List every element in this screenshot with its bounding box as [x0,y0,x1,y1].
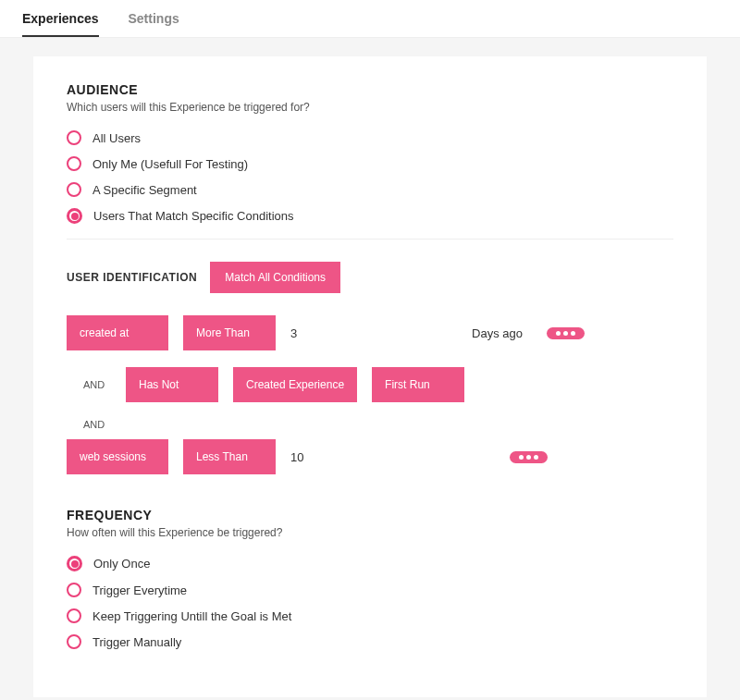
radio-label: Only Once [93,557,150,571]
radio-label: A Specific Segment [92,183,197,197]
condition-value[interactable]: 10 [290,450,318,464]
frequency-option-once[interactable]: Only Once [67,556,673,571]
audience-option-segment[interactable]: A Specific Segment [67,182,673,197]
condition-operator-select[interactable]: Has Not [126,367,218,402]
tab-bar: Experiences Settings [0,0,740,38]
condition-value-select[interactable]: First Run [372,367,464,402]
frequency-option-goal[interactable]: Keep Triggering Untill the Goal is Met [67,608,673,623]
radio-label: Users That Match Specific Conditions [93,209,294,223]
frequency-option-manual[interactable]: Trigger Manually [67,634,673,649]
radio-icon [67,556,82,571]
tab-settings[interactable]: Settings [129,11,179,37]
radio-icon [67,634,81,649]
radio-label: Keep Triggering Untill the Goal is Met [92,609,291,623]
frequency-subtitle: How often will this Experience be trigge… [67,526,673,539]
condition-operator-select[interactable]: More Than [183,315,276,350]
and-label: AND [83,419,111,430]
and-label: AND [83,379,111,390]
audience-option-all[interactable]: All Users [67,130,673,145]
audience-subtitle: Which users will this Experience be trig… [67,101,673,114]
and-row: AND [67,419,673,430]
user-id-title: USER IDENTIFICATION [67,271,197,284]
radio-icon [67,583,81,597]
radio-label: Only Me (Usefull For Testing) [92,157,248,171]
radio-label: Trigger Manually [92,635,181,649]
audience-title: AUDIENCE [67,82,673,97]
frequency-section: FREQUENCY How often will this Experience… [67,508,673,649]
radio-label: All Users [92,131,141,145]
condition-field-select[interactable]: created at [67,315,168,350]
frequency-option-everytime[interactable]: Trigger Everytime [67,583,673,597]
condition-object-select[interactable]: Created Experience [233,367,357,402]
condition-row-1: created at More Than 3 Days ago [67,315,585,350]
radio-icon [67,156,81,171]
more-options-button[interactable] [547,327,585,339]
condition-field-select[interactable]: web sessions [67,439,168,474]
condition-value[interactable]: 3 [290,326,318,340]
condition-row-2: AND Has Not Created Experience First Run [67,367,673,402]
match-conditions-button[interactable]: Match All Conditions [210,262,340,293]
radio-icon [67,608,81,623]
condition-suffix: Days ago [472,326,523,340]
audience-option-only-me[interactable]: Only Me (Usefull For Testing) [67,156,673,171]
more-options-button[interactable] [510,451,548,463]
settings-card: AUDIENCE Which users will this Experienc… [33,56,707,697]
radio-icon [67,208,82,224]
page-body: AUDIENCE Which users will this Experienc… [0,38,740,700]
frequency-title: FREQUENCY [67,508,673,522]
condition-row-3: web sessions Less Than 10 [67,439,548,474]
radio-icon [67,130,81,145]
user-id-header-row: USER IDENTIFICATION Match All Conditions [67,262,673,293]
divider [67,239,673,239]
audience-option-conditions[interactable]: Users That Match Specific Conditions [67,208,673,224]
radio-label: Trigger Everytime [92,583,187,597]
condition-operator-select[interactable]: Less Than [183,439,276,474]
radio-icon [67,182,81,197]
tab-experiences[interactable]: Experiences [22,11,99,37]
